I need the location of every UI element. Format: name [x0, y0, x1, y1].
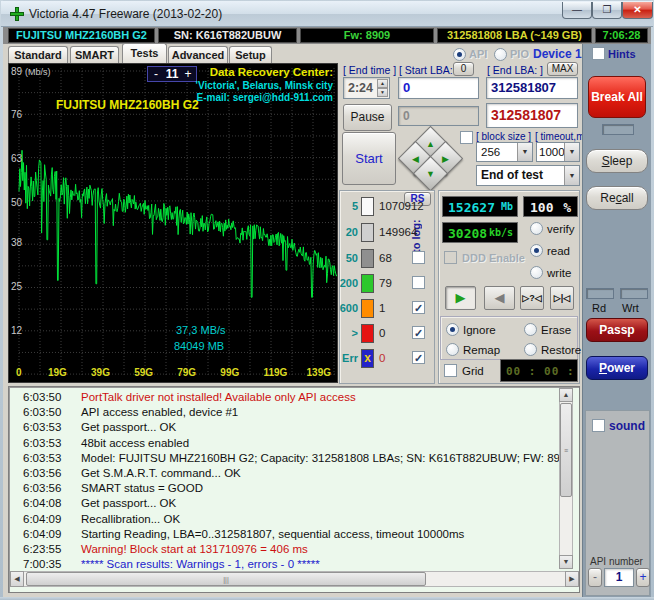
counter-color-box [361, 223, 374, 242]
defect-ignore-radio[interactable] [446, 323, 459, 336]
counter-color-box: x [361, 349, 374, 368]
x-tick: 139G [307, 367, 331, 378]
api-number-minus-button[interactable]: - [588, 568, 602, 587]
log-time: 6:04:09 [23, 528, 61, 540]
defect-remap-radio[interactable] [446, 343, 459, 356]
counter-value: 0 [379, 352, 385, 364]
counter-log-checkbox[interactable] [412, 251, 425, 264]
sound-checkbox[interactable] [592, 419, 605, 432]
x-tick: 119G [263, 367, 287, 378]
max-lba-button[interactable]: MAX [547, 62, 578, 76]
start-lba-input[interactable]: 0 [398, 77, 479, 99]
passp-button[interactable]: Passp [586, 318, 648, 342]
vscroll-thumb[interactable]: ≡ [560, 403, 572, 497]
play-button[interactable]: ▶ [445, 286, 476, 310]
chevron-down-icon: ▼ [564, 143, 579, 161]
log-message: API access enabled, device #1 [81, 406, 238, 418]
counter-log-checkbox[interactable]: ✓ [412, 351, 425, 364]
back-button[interactable]: ◀ [484, 286, 515, 310]
api-radio[interactable] [453, 48, 466, 61]
tab-smart[interactable]: SMART [70, 46, 119, 63]
scroll-up-icon[interactable]: ▲ [559, 388, 573, 402]
log-time: 6:03:53 [23, 437, 61, 449]
tab-tests[interactable]: Tests [122, 43, 167, 63]
log-message: Model: FUJITSU MHZ2160BH G2; Capacity: 3… [81, 452, 573, 464]
counter-color-box [361, 324, 374, 343]
sleep-button[interactable]: Sleep [586, 149, 648, 173]
verify-radio[interactable] [530, 222, 543, 235]
info-segment: Fw: 8909 [300, 28, 434, 43]
log-message: Starting Reading, LBA=0..312581807, sequ… [81, 528, 464, 540]
counter-color-box [361, 274, 374, 293]
end-lba-label: [ End LBA: ] [487, 64, 543, 76]
tab-advanced[interactable]: Advanced [168, 46, 228, 63]
break-all-button[interactable]: Break All [588, 76, 646, 118]
read-radio-label: read [547, 245, 570, 257]
maximize-button[interactable]: ❐ [592, 2, 622, 19]
scroll-left-icon[interactable]: ◀ [10, 571, 24, 587]
recall-button[interactable]: Recall [586, 186, 648, 210]
verify-radio-label: verify [547, 223, 574, 235]
spinner-up-icon[interactable]: ▲ [377, 79, 388, 88]
ddd-enable-label: DDD Enable [462, 252, 525, 264]
info-segment: FUJITSU MHZ2160BH G2 [8, 28, 155, 43]
defect-erase-radio[interactable] [524, 323, 537, 336]
scroll-down-icon[interactable]: ▼ [559, 555, 573, 569]
start-button[interactable]: Start [342, 132, 396, 185]
timeout-select[interactable]: 10000▼ [536, 142, 580, 162]
tab-setup[interactable]: Setup [229, 46, 272, 63]
log-message: Recallibration... OK [81, 513, 180, 525]
log-time: 6:03:50 [23, 391, 61, 403]
pause-button[interactable]: Pause [343, 104, 392, 131]
titlebar[interactable]: Victoria 4.47 Freeware (2013-02-20) — ❐ … [1, 1, 653, 27]
power-button[interactable]: Power [586, 356, 648, 380]
api-number-plus-button[interactable]: + [636, 568, 650, 587]
tab-standard[interactable]: Standard [8, 46, 68, 63]
scroll-right-icon[interactable]: ▶ [565, 571, 579, 587]
ddd-enable-checkbox[interactable] [444, 251, 457, 264]
counter-log-checkbox[interactable]: ✓ [412, 301, 425, 314]
end-time-spinner[interactable]: 2:24 ▲ ▼ [343, 77, 390, 99]
pio-radio[interactable] [494, 48, 507, 61]
log-message: 48bit access enabled [81, 437, 189, 449]
log-message: PortTalk driver not installed! Available… [81, 391, 356, 403]
drc-city: 'Victoria', Belarus, Minsk city [196, 80, 333, 91]
log-time: 6:23:55 [23, 543, 61, 555]
y-tick: 25 [11, 281, 22, 292]
block-size-select[interactable]: 256▼ [476, 142, 533, 162]
y-tick: 38 [11, 237, 22, 248]
hints-label: Hints [608, 48, 636, 60]
navigation-pad: ▲ ◀ ▶ ▼ [402, 130, 460, 188]
minimize-button[interactable]: — [562, 2, 592, 19]
counter-log-checkbox[interactable] [412, 276, 425, 289]
defect-restore-radio[interactable] [524, 343, 537, 356]
seek-error-button[interactable]: ▷?◁ [520, 286, 544, 310]
write-radio[interactable] [530, 266, 543, 279]
read-radio[interactable] [530, 244, 543, 257]
counter-label-600: 600 [338, 302, 358, 314]
seek-edge-button[interactable]: ▷|◁ [550, 286, 574, 310]
api-number-label: API number [590, 556, 643, 567]
info-segment: SN: K616T882UBUW [158, 28, 297, 43]
end-lba-red-field[interactable]: 312581807 [486, 103, 578, 128]
pad-option-checkbox[interactable] [460, 131, 473, 144]
grid-checkbox[interactable] [444, 364, 457, 377]
end-lba-field[interactable]: 312581807 [486, 77, 578, 99]
api-number-field[interactable]: 1 [604, 568, 634, 587]
rd-label: Rd [592, 302, 606, 314]
drc-email: E-mail: sergei@hdd-911.com [197, 92, 333, 103]
zoom-out-button[interactable]: - [148, 67, 164, 81]
log-time: 6:03:56 [23, 467, 61, 479]
current-lba-field: 0 [398, 106, 479, 126]
start-lba-zero-button[interactable]: 0 [453, 62, 474, 76]
counter-log-checkbox[interactable]: ✓ [412, 326, 425, 339]
defect-remap-label: Remap [463, 344, 500, 356]
log-time: 6:04:08 [23, 497, 61, 509]
hscroll-thumb[interactable]: ||| [26, 572, 426, 586]
spinner-down-icon[interactable]: ▼ [377, 88, 388, 97]
end-action-select[interactable]: End of test▼ [476, 165, 580, 186]
down-arrow-icon: ▼ [419, 162, 442, 185]
hints-checkbox[interactable] [592, 47, 605, 60]
zoom-in-button[interactable]: + [180, 67, 196, 81]
close-button[interactable]: ✕ [622, 2, 653, 19]
